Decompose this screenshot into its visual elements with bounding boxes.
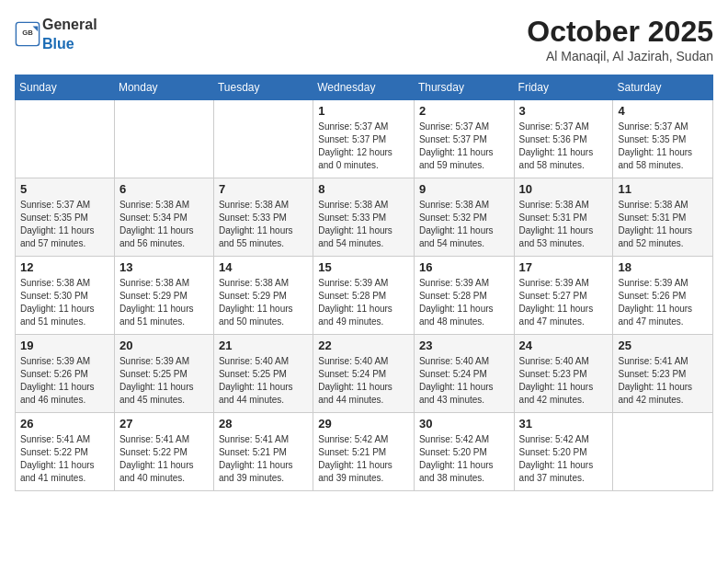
calendar-cell: 4Sunrise: 5:37 AM Sunset: 5:35 PM Daylig… bbox=[613, 100, 713, 178]
calendar-cell: 8Sunrise: 5:38 AM Sunset: 5:33 PM Daylig… bbox=[313, 178, 415, 257]
calendar-cell: 2Sunrise: 5:37 AM Sunset: 5:37 PM Daylig… bbox=[414, 100, 514, 178]
calendar-week-row: 12Sunrise: 5:38 AM Sunset: 5:30 PM Dayli… bbox=[16, 257, 713, 335]
weekday-header: Tuesday bbox=[213, 75, 313, 100]
cell-day-number: 31 bbox=[519, 417, 609, 431]
calendar-cell: 26Sunrise: 5:41 AM Sunset: 5:22 PM Dayli… bbox=[16, 413, 115, 491]
calendar-cell: 29Sunrise: 5:42 AM Sunset: 5:21 PM Dayli… bbox=[313, 413, 415, 491]
cell-day-number: 8 bbox=[318, 182, 409, 196]
calendar-cell: 19Sunrise: 5:39 AM Sunset: 5:26 PM Dayli… bbox=[16, 335, 115, 413]
cell-daylight-info: Sunrise: 5:39 AM Sunset: 5:26 PM Dayligh… bbox=[618, 277, 708, 328]
logo-icon: GB bbox=[15, 21, 40, 47]
cell-day-number: 10 bbox=[519, 182, 609, 196]
calendar-cell: 11Sunrise: 5:38 AM Sunset: 5:31 PM Dayli… bbox=[613, 178, 713, 257]
cell-day-number: 13 bbox=[119, 260, 209, 274]
cell-day-number: 5 bbox=[20, 182, 109, 196]
calendar-cell bbox=[213, 100, 313, 178]
cell-day-number: 23 bbox=[419, 339, 509, 352]
calendar-week-row: 5Sunrise: 5:37 AM Sunset: 5:35 PM Daylig… bbox=[16, 178, 713, 257]
cell-day-number: 14 bbox=[219, 260, 308, 274]
cell-daylight-info: Sunrise: 5:38 AM Sunset: 5:33 PM Dayligh… bbox=[219, 199, 308, 250]
cell-day-number: 2 bbox=[419, 104, 509, 118]
cell-daylight-info: Sunrise: 5:37 AM Sunset: 5:37 PM Dayligh… bbox=[318, 121, 409, 172]
cell-day-number: 28 bbox=[219, 417, 308, 431]
cell-day-number: 21 bbox=[219, 339, 308, 352]
calendar-cell bbox=[16, 100, 115, 178]
cell-daylight-info: Sunrise: 5:38 AM Sunset: 5:29 PM Dayligh… bbox=[219, 277, 308, 328]
cell-day-number: 3 bbox=[519, 104, 609, 118]
cell-daylight-info: Sunrise: 5:38 AM Sunset: 5:31 PM Dayligh… bbox=[618, 199, 708, 250]
calendar-cell: 28Sunrise: 5:41 AM Sunset: 5:21 PM Dayli… bbox=[213, 413, 313, 491]
calendar-cell: 1Sunrise: 5:37 AM Sunset: 5:37 PM Daylig… bbox=[313, 100, 415, 178]
title-block: October 2025 Al Manaqil, Al Jazirah, Sud… bbox=[527, 15, 713, 63]
cell-daylight-info: Sunrise: 5:42 AM Sunset: 5:20 PM Dayligh… bbox=[519, 433, 609, 485]
cell-daylight-info: Sunrise: 5:41 AM Sunset: 5:22 PM Dayligh… bbox=[20, 433, 109, 485]
cell-daylight-info: Sunrise: 5:38 AM Sunset: 5:33 PM Dayligh… bbox=[318, 199, 409, 250]
month-title: October 2025 bbox=[527, 15, 713, 49]
calendar-cell: 7Sunrise: 5:38 AM Sunset: 5:33 PM Daylig… bbox=[213, 178, 313, 257]
calendar-cell: 14Sunrise: 5:38 AM Sunset: 5:29 PM Dayli… bbox=[213, 257, 313, 335]
calendar-cell: 12Sunrise: 5:38 AM Sunset: 5:30 PM Dayli… bbox=[16, 257, 115, 335]
svg-text:GB: GB bbox=[22, 29, 33, 37]
calendar-cell: 17Sunrise: 5:39 AM Sunset: 5:27 PM Dayli… bbox=[514, 257, 613, 335]
cell-day-number: 29 bbox=[318, 417, 409, 431]
calendar-cell: 22Sunrise: 5:40 AM Sunset: 5:24 PM Dayli… bbox=[313, 335, 415, 413]
calendar-cell bbox=[613, 413, 713, 491]
calendar-cell: 21Sunrise: 5:40 AM Sunset: 5:25 PM Dayli… bbox=[213, 335, 313, 413]
cell-day-number: 26 bbox=[20, 417, 109, 431]
cell-day-number: 9 bbox=[419, 182, 509, 196]
cell-daylight-info: Sunrise: 5:42 AM Sunset: 5:20 PM Dayligh… bbox=[419, 433, 509, 485]
cell-daylight-info: Sunrise: 5:40 AM Sunset: 5:25 PM Dayligh… bbox=[219, 355, 308, 407]
cell-day-number: 22 bbox=[318, 339, 409, 352]
logo-general-text: General bbox=[42, 17, 97, 32]
cell-day-number: 1 bbox=[318, 104, 409, 118]
cell-daylight-info: Sunrise: 5:40 AM Sunset: 5:24 PM Dayligh… bbox=[419, 355, 509, 407]
calendar-cell bbox=[114, 100, 213, 178]
cell-daylight-info: Sunrise: 5:39 AM Sunset: 5:28 PM Dayligh… bbox=[318, 277, 409, 328]
cell-daylight-info: Sunrise: 5:37 AM Sunset: 5:35 PM Dayligh… bbox=[20, 199, 109, 250]
weekday-header: Monday bbox=[114, 75, 213, 100]
cell-day-number: 11 bbox=[618, 182, 708, 196]
calendar-cell: 5Sunrise: 5:37 AM Sunset: 5:35 PM Daylig… bbox=[16, 178, 115, 257]
cell-day-number: 25 bbox=[618, 339, 708, 352]
calendar-header-row: SundayMondayTuesdayWednesdayThursdayFrid… bbox=[16, 75, 713, 100]
logo-blue-text: Blue bbox=[42, 36, 74, 52]
cell-day-number: 19 bbox=[20, 339, 109, 352]
calendar-week-row: 1Sunrise: 5:37 AM Sunset: 5:37 PM Daylig… bbox=[16, 100, 713, 178]
cell-daylight-info: Sunrise: 5:38 AM Sunset: 5:34 PM Dayligh… bbox=[119, 199, 209, 250]
calendar-cell: 15Sunrise: 5:39 AM Sunset: 5:28 PM Dayli… bbox=[313, 257, 415, 335]
weekday-header: Friday bbox=[514, 75, 613, 100]
calendar-cell: 24Sunrise: 5:40 AM Sunset: 5:23 PM Dayli… bbox=[514, 335, 613, 413]
cell-day-number: 15 bbox=[318, 260, 409, 274]
cell-day-number: 24 bbox=[519, 339, 609, 352]
cell-day-number: 7 bbox=[219, 182, 308, 196]
logo: GB General Blue bbox=[15, 15, 97, 53]
cell-daylight-info: Sunrise: 5:39 AM Sunset: 5:26 PM Dayligh… bbox=[20, 355, 109, 407]
weekday-header: Wednesday bbox=[313, 75, 415, 100]
cell-day-number: 20 bbox=[119, 339, 209, 352]
cell-daylight-info: Sunrise: 5:38 AM Sunset: 5:31 PM Dayligh… bbox=[519, 199, 609, 250]
calendar-cell: 23Sunrise: 5:40 AM Sunset: 5:24 PM Dayli… bbox=[414, 335, 514, 413]
calendar-cell: 13Sunrise: 5:38 AM Sunset: 5:29 PM Dayli… bbox=[114, 257, 213, 335]
calendar-cell: 18Sunrise: 5:39 AM Sunset: 5:26 PM Dayli… bbox=[613, 257, 713, 335]
cell-day-number: 17 bbox=[519, 260, 609, 274]
cell-day-number: 18 bbox=[618, 260, 708, 274]
weekday-header: Sunday bbox=[16, 75, 115, 100]
cell-daylight-info: Sunrise: 5:40 AM Sunset: 5:23 PM Dayligh… bbox=[519, 355, 609, 407]
location-subtitle: Al Manaqil, Al Jazirah, Sudan bbox=[527, 49, 713, 63]
cell-daylight-info: Sunrise: 5:38 AM Sunset: 5:30 PM Dayligh… bbox=[20, 277, 109, 328]
calendar-cell: 6Sunrise: 5:38 AM Sunset: 5:34 PM Daylig… bbox=[114, 178, 213, 257]
cell-day-number: 6 bbox=[119, 182, 209, 196]
calendar-week-row: 19Sunrise: 5:39 AM Sunset: 5:26 PM Dayli… bbox=[16, 335, 713, 413]
calendar-cell: 30Sunrise: 5:42 AM Sunset: 5:20 PM Dayli… bbox=[414, 413, 514, 491]
cell-daylight-info: Sunrise: 5:41 AM Sunset: 5:23 PM Dayligh… bbox=[618, 355, 708, 407]
calendar-cell: 16Sunrise: 5:39 AM Sunset: 5:28 PM Dayli… bbox=[414, 257, 514, 335]
cell-daylight-info: Sunrise: 5:42 AM Sunset: 5:21 PM Dayligh… bbox=[318, 433, 409, 485]
cell-daylight-info: Sunrise: 5:39 AM Sunset: 5:28 PM Dayligh… bbox=[419, 277, 509, 328]
calendar-cell: 25Sunrise: 5:41 AM Sunset: 5:23 PM Dayli… bbox=[613, 335, 713, 413]
cell-day-number: 27 bbox=[119, 417, 209, 431]
cell-daylight-info: Sunrise: 5:41 AM Sunset: 5:21 PM Dayligh… bbox=[219, 433, 308, 485]
cell-day-number: 30 bbox=[419, 417, 509, 431]
cell-day-number: 4 bbox=[618, 104, 708, 118]
cell-daylight-info: Sunrise: 5:37 AM Sunset: 5:37 PM Dayligh… bbox=[419, 121, 509, 172]
cell-daylight-info: Sunrise: 5:39 AM Sunset: 5:25 PM Dayligh… bbox=[119, 355, 209, 407]
